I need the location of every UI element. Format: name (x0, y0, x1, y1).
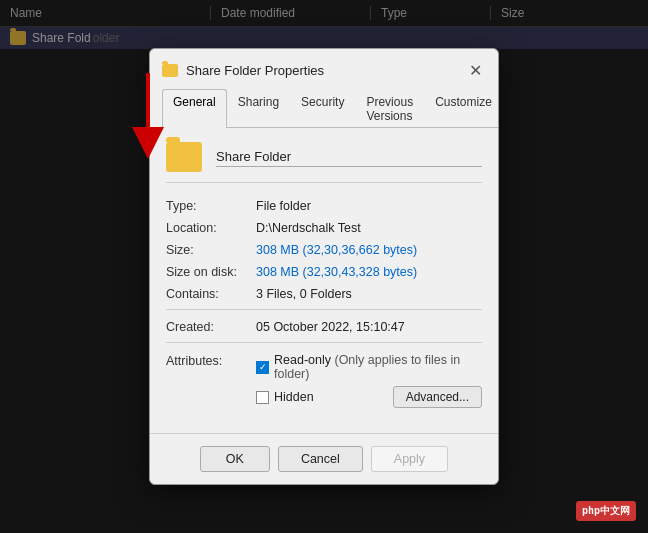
contains-row: Contains: 3 Files, 0 Folders (166, 287, 482, 301)
readonly-checkbox-row: Read-only (Only applies to files in fold… (256, 353, 482, 381)
tab-customize[interactable]: Customize (424, 89, 503, 128)
location-label: Location: (166, 221, 256, 235)
type-value: File folder (256, 199, 482, 213)
hidden-checkbox[interactable] (256, 391, 269, 404)
attributes-label: Attributes: (166, 353, 256, 368)
folder-name-row (166, 142, 482, 183)
type-row: Type: File folder (166, 199, 482, 213)
dialog-footer: OK Cancel Apply (150, 433, 498, 484)
location-row: Location: D:\Nerdschalk Test (166, 221, 482, 235)
dialog-tabs: General Sharing Security Previous Versio… (150, 89, 498, 128)
folder-name-input[interactable] (216, 147, 482, 167)
cancel-button[interactable]: Cancel (278, 446, 363, 472)
size-row: Size: 308 MB (32,30,36,662 bytes) (166, 243, 482, 257)
size-on-disk-value: 308 MB (32,30,43,328 bytes) (256, 265, 482, 279)
separator-2 (166, 342, 482, 343)
folder-large-icon (166, 142, 202, 172)
created-value: 05 October 2022, 15:10:47 (256, 320, 482, 334)
dialog-title-folder-icon (162, 64, 178, 77)
created-label: Created: (166, 320, 256, 334)
separator-1 (166, 309, 482, 310)
dialog-content: Type: File folder Location: D:\Nerdschal… (150, 128, 498, 433)
tab-previous-versions[interactable]: Previous Versions (355, 89, 424, 128)
readonly-checkbox[interactable] (256, 361, 269, 374)
dialog-titlebar: Share Folder Properties ✕ (150, 49, 498, 89)
type-label: Type: (166, 199, 256, 213)
tab-security[interactable]: Security (290, 89, 355, 128)
php-watermark: php中文网 (576, 501, 636, 521)
location-value: D:\Nerdschalk Test (256, 221, 482, 235)
size-on-disk-row: Size on disk: 308 MB (32,30,43,328 bytes… (166, 265, 482, 279)
readonly-label: Read-only (Only applies to files in fold… (274, 353, 482, 381)
attributes-checkboxes: Read-only (Only applies to files in fold… (256, 353, 482, 413)
hidden-label: Hidden (274, 390, 314, 404)
size-on-disk-label: Size on disk: (166, 265, 256, 279)
contains-value: 3 Files, 0 Folders (256, 287, 482, 301)
properties-dialog: Share Folder Properties ✕ General Sharin… (149, 48, 499, 485)
dialog-title: Share Folder Properties (186, 63, 464, 78)
size-value: 308 MB (32,30,36,662 bytes) (256, 243, 482, 257)
ok-button[interactable]: OK (200, 446, 270, 472)
dialog-close-button[interactable]: ✕ (464, 59, 486, 81)
size-label: Size: (166, 243, 256, 257)
dialog-overlay: Share Folder Properties ✕ General Sharin… (0, 0, 648, 533)
attributes-row: Attributes: Read-only (Only applies to f… (166, 353, 482, 413)
advanced-button[interactable]: Advanced... (393, 386, 482, 408)
tab-general[interactable]: General (162, 89, 227, 128)
created-row: Created: 05 October 2022, 15:10:47 (166, 320, 482, 334)
hidden-checkbox-row: Hidden Advanced... (256, 386, 482, 408)
apply-button[interactable]: Apply (371, 446, 448, 472)
contains-label: Contains: (166, 287, 256, 301)
tab-sharing[interactable]: Sharing (227, 89, 290, 128)
